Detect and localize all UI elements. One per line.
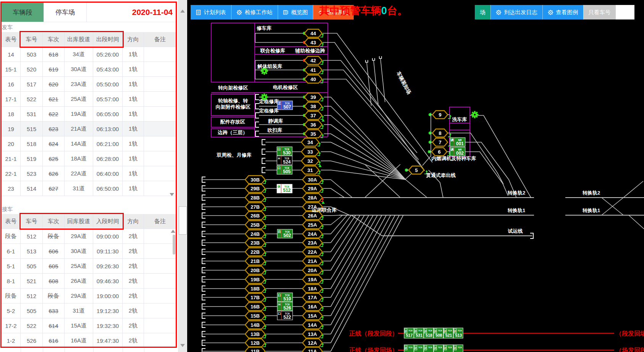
track-hex-16A[interactable]: 16A xyxy=(303,303,322,311)
arrive-scroll-up-icon[interactable] xyxy=(171,230,175,233)
track-hex-36[interactable]: 36 xyxy=(304,121,322,129)
mainline-badge-517[interactable]: 正TC6517 xyxy=(404,328,414,338)
track-hex-24B[interactable]: 24B xyxy=(245,230,265,238)
only-train-number-button[interactable]: 只看车号 xyxy=(583,5,616,19)
table-cell: 26A道 xyxy=(65,274,93,289)
train-badge-524[interactable]: HTC6524 xyxy=(277,156,292,165)
view-legend-button[interactable]: 查看图例 xyxy=(542,5,583,19)
track-hex-40[interactable]: 40 xyxy=(304,75,322,83)
plan-list-button[interactable]: 计划列表 xyxy=(191,5,231,19)
train-badge-001[interactable]: 调NR001 xyxy=(450,138,465,146)
yard-button[interactable]: 场 xyxy=(475,5,490,19)
track-hex-19A[interactable]: 19A xyxy=(303,276,322,284)
train-badge-530[interactable]: 口TC6530 xyxy=(277,147,292,156)
track-hex-29B[interactable]: 29B xyxy=(245,185,265,193)
arrival-departure-log-button[interactable]: 到达出发日志 xyxy=(490,5,542,19)
main-scrollbar-thumb[interactable] xyxy=(179,206,187,235)
mainline-badge-518[interactable]: 正TC6518 xyxy=(424,328,434,338)
track-hex-6[interactable]: 6 xyxy=(432,148,447,156)
tab-depot[interactable]: 车辆段 xyxy=(2,3,44,22)
tab-parking-lot[interactable]: 停车场 xyxy=(44,3,87,22)
track-hex-28A[interactable]: 28A xyxy=(303,194,322,202)
track-hex-26B[interactable]: 26B xyxy=(245,212,265,220)
track-hex-18B[interactable]: 18B xyxy=(245,285,265,293)
mainline-badge[interactable]: 正TC6 xyxy=(404,345,414,352)
train-badge-512[interactable]: 休TC6512 xyxy=(277,184,292,193)
overview-map-button[interactable]: 概览图 xyxy=(278,5,313,19)
track-hex-5[interactable]: 5 xyxy=(409,166,424,174)
mainline-badge-508[interactable]: 正TC6508 xyxy=(434,328,443,338)
track-hex-38[interactable]: 38 xyxy=(304,102,322,110)
svg-text:001: 001 xyxy=(456,141,464,146)
track-hex-17A[interactable]: 17A xyxy=(303,294,322,302)
train-badge-505[interactable]: 口TC6505 xyxy=(277,165,292,174)
mainline-badge[interactable]: 正TC6 xyxy=(443,345,453,352)
track-hex-18A[interactable]: 18A xyxy=(303,285,322,293)
track-hex-41[interactable]: 41 xyxy=(304,66,322,74)
track-hex-8[interactable]: 8 xyxy=(432,129,448,137)
track-hex-21B[interactable]: 21B xyxy=(245,257,265,265)
arrive-scrollbar-thumb[interactable] xyxy=(173,235,175,255)
mainline-badge[interactable]: 正TC6 xyxy=(414,345,424,352)
mainline-badge[interactable]: 正TC6 xyxy=(453,345,463,352)
track-hex-12A[interactable]: 12A xyxy=(303,339,322,347)
track-hex-33[interactable]: 33 xyxy=(301,148,319,156)
track-hex-12B[interactable]: 12B xyxy=(245,339,265,347)
train-badge-002[interactable]: 调NR002 xyxy=(450,147,465,156)
track-hex-22A[interactable]: 22A xyxy=(303,248,322,256)
train-badge-510[interactable]: 口TC6510 xyxy=(277,293,293,302)
track-hex-16B[interactable]: 16B xyxy=(245,303,265,311)
track-hex-42[interactable]: 42 xyxy=(304,57,322,65)
track-hex-13A[interactable]: 13A xyxy=(303,330,322,338)
repair-workstation-button[interactable]: 检修工作站 xyxy=(231,5,278,19)
track-hex-15A[interactable]: 15A xyxy=(303,312,322,320)
track-hex-25B[interactable]: 25B xyxy=(245,221,265,229)
mainline-badge[interactable]: 正TC6 xyxy=(434,345,443,352)
table-cell: 06:50:00 xyxy=(93,181,123,196)
track-hex-21A[interactable]: 21A xyxy=(303,257,322,265)
track-hex-7[interactable]: 7 xyxy=(432,138,448,146)
mainline-badge-521[interactable]: 正TC6521 xyxy=(443,328,453,338)
track-hex-32[interactable]: 32 xyxy=(301,157,319,165)
track-hex-30B[interactable]: 30B xyxy=(245,176,265,184)
track-hex-20B[interactable]: 20B xyxy=(245,266,265,274)
track-hex-25A[interactable]: 25A xyxy=(303,221,322,229)
track-hex-35[interactable]: 35 xyxy=(304,130,322,138)
track-hex-29A[interactable]: 29A xyxy=(303,185,322,193)
train-badge-502[interactable]: 日TC6502 xyxy=(277,229,293,238)
track-hex-13B[interactable]: 13B xyxy=(245,330,265,338)
mainline-badge-513[interactable]: 正TC6513 xyxy=(453,328,463,338)
track-hex-43[interactable]: 43 xyxy=(304,39,322,47)
main-scroll-up-icon[interactable] xyxy=(180,10,185,13)
track-hex-15B[interactable]: 15B xyxy=(245,312,265,320)
track-hex-14B[interactable]: 14B xyxy=(245,321,265,329)
track-hex-14A[interactable]: 14A xyxy=(303,321,322,329)
mainline-badge-531[interactable]: 正TC6531 xyxy=(414,328,424,338)
track-hex-34[interactable]: 34 xyxy=(301,138,319,146)
main-scroll-down-icon[interactable] xyxy=(180,344,185,347)
track-hex-20A[interactable]: 20A xyxy=(303,266,322,274)
track-hex-44[interactable]: 44 xyxy=(304,29,322,37)
track-hex-31[interactable]: 31 xyxy=(301,166,319,174)
track-hex-9[interactable]: 9 xyxy=(432,111,448,119)
track-hex-39[interactable]: 39 xyxy=(304,93,322,101)
main-scrollbar[interactable] xyxy=(178,0,187,352)
track-hex-28B[interactable]: 28B xyxy=(245,194,265,202)
track-hex-11A[interactable]: 11A xyxy=(303,347,322,352)
track-hex-37[interactable]: 37 xyxy=(304,112,322,120)
train-badge-526[interactable]: HTC6526 xyxy=(277,302,293,311)
track-hex-27B[interactable]: 27B xyxy=(245,203,265,211)
toolbar-blank-box[interactable] xyxy=(616,5,634,19)
track-hex-17B[interactable]: 17B xyxy=(245,294,265,302)
train-badge-507[interactable]: 正TC6507 xyxy=(277,101,293,110)
track-hex-23B[interactable]: 23B xyxy=(245,239,265,247)
track-hex-23A[interactable]: 23A xyxy=(303,239,322,247)
track-hex-24A[interactable]: 24A xyxy=(303,230,322,238)
train-badge-522[interactable]: 口TC6522 xyxy=(277,311,293,320)
depart-scroll-down-icon[interactable] xyxy=(170,193,174,196)
track-hex-22B[interactable]: 22B xyxy=(245,248,265,256)
track-hex-11B[interactable]: 11B xyxy=(245,347,265,352)
track-hex-30A[interactable]: 30A xyxy=(303,176,322,184)
mainline-badge[interactable]: 正TC6 xyxy=(424,345,434,352)
track-hex-19B[interactable]: 19B xyxy=(245,276,265,284)
